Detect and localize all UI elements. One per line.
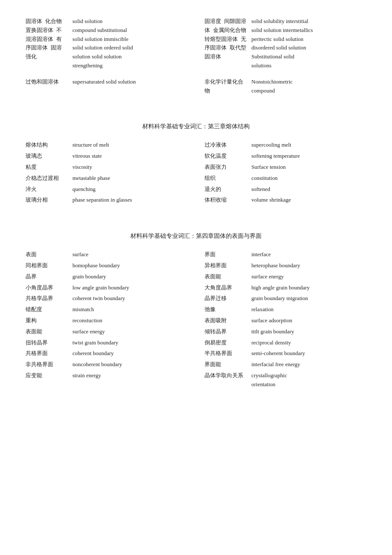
- section3-col2-zh-9: 半共格界面: [205, 349, 251, 358]
- section3-col2-en-5: relaxation: [251, 305, 366, 314]
- section3-col2-en-6: surface adsorption: [251, 316, 366, 325]
- section-melt: 材料科学基础专业词汇：第三章熔体结构 熔体结构structure of melt…: [26, 123, 366, 207]
- section3-col1-zh-10: 非共格界面: [26, 360, 72, 369]
- section3-col1-row-7: 表面能surface energy: [26, 327, 187, 336]
- section2-col1-zh-0: 熔体结构: [26, 141, 72, 150]
- section3-col2-zh-2: 表面能: [205, 272, 251, 281]
- top-zh-2: 过饱和固溶体: [26, 78, 72, 87]
- section2-col2-row-3: 组织constitution: [205, 174, 366, 183]
- section3-col1-zh-2: 晶界: [26, 272, 72, 281]
- section3-col2-zh-10: 界面能: [205, 360, 251, 369]
- section3-col1-en-4: coherent twin boundary: [72, 294, 187, 303]
- section2-col1-row-2: 粘度viscosity: [26, 163, 187, 172]
- section3-col2-row-1: 异相界面heterophase boundary: [205, 261, 366, 270]
- section2-col1-row-0: 熔体结构structure of melt: [26, 141, 187, 150]
- section2-col2-zh-0: 过冷液体: [205, 141, 251, 150]
- section3-col1-zh-9: 共格界面: [26, 349, 72, 358]
- section2-col1-en-5: phase separation in glasses: [72, 196, 187, 205]
- section3-col2-zh-0: 界面: [205, 250, 251, 259]
- top-row-4: 非化学计量化合 物 Nonstoichiometric compound: [205, 78, 366, 95]
- section3-col1-en-2: grain boundary: [72, 272, 187, 281]
- section3-grid: 表面surface同相界面homophase boundary晶界grain b…: [26, 250, 366, 391]
- section2-col2-en-1: softening temperature: [251, 152, 366, 161]
- section2-col1-zh-3: 介稳态过渡相: [26, 174, 72, 183]
- section3-col1-row-0: 表面surface: [26, 250, 187, 259]
- section2-col1-row-1: 玻璃态vitreous state: [26, 152, 187, 161]
- section2-col1-en-2: viscosity: [72, 163, 187, 172]
- section2-col2-zh-1: 软化温度: [205, 152, 251, 161]
- section2-col1-zh-4: 淬火: [26, 185, 72, 194]
- section2-col1-row-5: 玻璃分相phase separation in glasses: [26, 196, 187, 205]
- section3-col2-zh-11: 晶体学取向关系: [205, 371, 251, 380]
- section3-col1-row-10: 非共格界面noncoherent boundary: [26, 360, 187, 369]
- section3-col2-en-4: grain boundary migration: [251, 294, 366, 303]
- section2-col1-zh-5: 玻璃分相: [26, 196, 72, 205]
- top-en-2: supersaturated solid solution: [72, 78, 187, 87]
- top-en-3: solid solubility interstitial solid solu…: [251, 17, 366, 70]
- section3-col1-row-4: 共格孪晶界coherent twin boundary: [26, 294, 187, 303]
- section3-col2-zh-1: 异相界面: [205, 261, 251, 270]
- section3-col1-en-7: surface energy: [72, 327, 187, 336]
- section3-col1-row-3: 小角度晶界low angle grain boundary: [26, 283, 187, 292]
- section3-col2-zh-8: 倒易密度: [205, 338, 251, 347]
- section2-col2-row-1: 软化温度softening temperature: [205, 152, 366, 161]
- section3-col1-row-6: 重构reconstuction: [26, 316, 187, 325]
- section3-col2-zh-6: 表面吸附: [205, 316, 251, 325]
- section2-col1-en-3: metastable phase: [72, 174, 187, 183]
- section3-col1-en-6: reconstuction: [72, 316, 187, 325]
- section3-col2-row-6: 表面吸附surface adsorption: [205, 316, 366, 325]
- section2-grid: 熔体结构structure of melt玻璃态vitreous state粘度…: [26, 141, 366, 207]
- section3-col2-row-9: 半共格界面semi-coherent boundary: [205, 349, 366, 358]
- section3-col1-en-5: mismatch: [72, 305, 187, 314]
- section3-col2-en-2: surface energy: [251, 272, 366, 281]
- section3-col2: 界面interface异相界面heterophase boundary表面能su…: [205, 250, 366, 391]
- section3-col2-en-3: high angle grain boundary: [251, 283, 366, 292]
- section2-col2-zh-3: 组织: [205, 174, 251, 183]
- section3-col2-row-0: 界面interface: [205, 250, 366, 259]
- section3-col2-en-0: interface: [251, 250, 366, 259]
- section3-col1-zh-8: 扭转晶界: [26, 338, 72, 347]
- section3-col2-row-4: 晶界迁移grain boundary migration: [205, 294, 366, 303]
- top-zh-4: 非化学计量化合 物: [205, 78, 251, 95]
- section3-col1-row-8: 扭转晶界twist grain boundary: [26, 338, 187, 347]
- section2-col2-en-0: supercooling melt: [251, 141, 366, 150]
- section3-col1-zh-11: 应变能: [26, 371, 72, 380]
- section3-col2-row-8: 倒易密度reciprocal density: [205, 338, 366, 347]
- section2-col2-zh-4: 退火的: [205, 185, 251, 194]
- top-section: 固溶体 化合物 置换固溶体 不 混溶固溶体 有 序固溶体 固溶 强化 solid…: [26, 17, 366, 97]
- section3-col2-en-1: heterophase boundary: [251, 261, 366, 270]
- top-en-4: Nonstoichiometric compound: [251, 78, 366, 95]
- section3-col1-zh-1: 同相界面: [26, 261, 72, 270]
- section3-col1-row-1: 同相界面homophase boundary: [26, 261, 187, 270]
- top-row-2: 过饱和固溶体 supersaturated solid solution: [26, 78, 187, 87]
- section3-col2-row-10: 界面能interfacial free energy: [205, 360, 366, 369]
- section2-col2-row-2: 表面张力Surface tension: [205, 163, 366, 172]
- section3-col1-zh-6: 重构: [26, 316, 72, 325]
- section3-col1-en-0: surface: [72, 250, 187, 259]
- section3-col2-zh-3: 大角度晶界: [205, 283, 251, 292]
- top-col1: 固溶体 化合物 置换固溶体 不 混溶固溶体 有 序固溶体 固溶 强化 solid…: [26, 17, 187, 97]
- section2-col2-zh-2: 表面张力: [205, 163, 251, 172]
- top-grid: 固溶体 化合物 置换固溶体 不 混溶固溶体 有 序固溶体 固溶 强化 solid…: [26, 17, 366, 97]
- section2-col2-en-4: softened: [251, 185, 366, 194]
- section3-col1-zh-0: 表面: [26, 250, 72, 259]
- section3-col1-zh-5: 错配度: [26, 305, 72, 314]
- section2-col1-row-3: 介稳态过渡相metastable phase: [26, 174, 187, 183]
- section3-col2-row-11: 晶体学取向关系crystallographic orientation: [205, 371, 366, 389]
- section2-col2-row-0: 过冷液体supercooling melt: [205, 141, 366, 150]
- section2-col1-en-0: structure of melt: [72, 141, 187, 150]
- section3-col1-zh-4: 共格孪晶界: [26, 294, 72, 303]
- section3-col2-en-10: interfacial free energy: [251, 360, 366, 369]
- section2-col2-en-3: constitution: [251, 174, 366, 183]
- section3-col2-row-5: 弛豫relaxation: [205, 305, 366, 314]
- section2-col1-zh-1: 玻璃态: [26, 152, 72, 161]
- section2-col1-en-1: vitreous state: [72, 152, 187, 161]
- section2-col2-zh-5: 体积收缩: [205, 196, 251, 205]
- section3-col2-en-9: semi-coherent boundary: [251, 349, 366, 358]
- section2-col1-en-4: quenching: [72, 185, 187, 194]
- section3-col2-zh-5: 弛豫: [205, 305, 251, 314]
- top-zh-1: 固溶体 化合物 置换固溶体 不 混溶固溶体 有 序固溶体 固溶 强化: [26, 17, 72, 61]
- section3-col2-en-8: reciprocal density: [251, 338, 366, 347]
- section2-col2: 过冷液体supercooling melt软化温度softening tempe…: [205, 141, 366, 207]
- top-zh-3: 固溶度 间隙固溶 体 金属间化合物 转熔型固溶体 无 序固溶体 取代型 固溶体: [205, 17, 251, 61]
